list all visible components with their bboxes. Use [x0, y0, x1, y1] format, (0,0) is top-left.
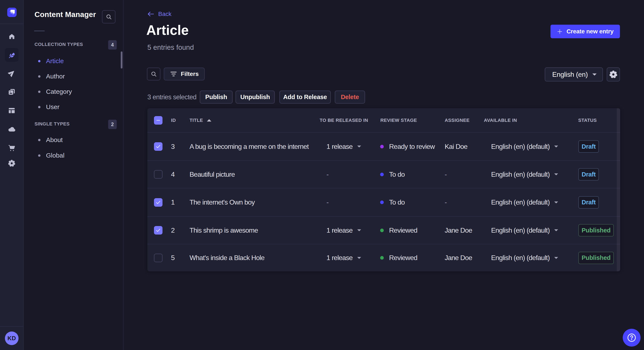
- subnav-item-label: Category: [46, 88, 72, 95]
- row-checkbox[interactable]: [154, 142, 162, 151]
- cell-available-in[interactable]: English (en) (default): [491, 217, 558, 244]
- cell-title: The internet's Own boy: [190, 188, 255, 216]
- delete-button[interactable]: Delete: [335, 91, 365, 104]
- rail-item-media-library[interactable]: [5, 85, 18, 99]
- column-header-assignee[interactable]: ASSIGNEE: [445, 108, 470, 132]
- subnav-search-button[interactable]: [102, 10, 116, 23]
- column-header-released[interactable]: TO BE RELEASED IN: [320, 108, 368, 132]
- strapi-logo[interactable]: [7, 8, 16, 17]
- status-badge: Draft: [578, 140, 599, 153]
- filters-label: Filters: [181, 71, 199, 77]
- back-link[interactable]: Back: [147, 9, 172, 19]
- cell-released-in[interactable]: 1 release: [326, 133, 362, 160]
- unpublish-button[interactable]: Unpublish: [236, 91, 275, 104]
- rail-item-cloud[interactable]: [5, 123, 18, 136]
- column-header-stage[interactable]: REVIEW STAGE: [380, 108, 417, 132]
- column-header-status[interactable]: STATUS: [578, 108, 597, 132]
- rail-item-paper-plane[interactable]: [5, 66, 18, 80]
- subnav-item-global[interactable]: Global: [24, 148, 123, 163]
- avatar[interactable]: KD: [5, 332, 18, 345]
- cell-review-stage: To do: [380, 161, 405, 188]
- bullet-icon: [38, 154, 40, 157]
- subnav-section-badge: 2: [108, 120, 117, 129]
- rail-item-feather[interactable]: [5, 48, 18, 62]
- release-value: 1 release: [326, 254, 353, 262]
- chevron-down-icon: [554, 201, 558, 204]
- table-row[interactable]: 3 A bug is becoming a meme on the intern…: [147, 132, 620, 160]
- cell-id: 4: [171, 161, 175, 188]
- bullet-icon: [38, 139, 40, 141]
- cell-status: Published: [578, 244, 614, 271]
- available-in-value: English (en) (default): [491, 171, 550, 178]
- cell-released-in[interactable]: 1 release: [326, 244, 362, 271]
- create-new-entry-label: Create new entry: [566, 28, 614, 35]
- filters-button[interactable]: Filters: [164, 68, 205, 80]
- row-checkbox[interactable]: [154, 198, 162, 207]
- stage-dot: [380, 145, 384, 149]
- column-header-available[interactable]: AVAILABLE IN: [484, 108, 517, 132]
- cell-title: What's inside a Black Hole: [190, 244, 264, 271]
- sort-ascending-icon[interactable]: [206, 119, 212, 122]
- stage-label: Reviewed: [389, 226, 418, 234]
- rail-item-gear[interactable]: [5, 157, 18, 170]
- cell-title: Beautiful picture: [190, 161, 235, 188]
- help-button[interactable]: [623, 329, 640, 347]
- cell-id: 1: [171, 188, 175, 216]
- cell-status: Published: [578, 217, 614, 244]
- chevron-down-icon: [357, 145, 362, 148]
- cell-released-in[interactable]: -: [326, 188, 328, 216]
- subnav-item-author[interactable]: Author: [24, 69, 123, 84]
- rail-item-cart[interactable]: [5, 141, 18, 155]
- row-checkbox[interactable]: [154, 170, 162, 178]
- list-search-button[interactable]: [147, 68, 160, 80]
- subnav-section-label: SINGLE TYPES: [34, 121, 70, 127]
- stage-dot: [380, 173, 384, 176]
- release-value: -: [326, 171, 328, 178]
- list-settings-button[interactable]: [607, 67, 620, 81]
- chevron-down-icon: [554, 257, 558, 259]
- cell-status: Draft: [578, 161, 599, 188]
- table-row[interactable]: 4 Beautiful picture - To do - English (e…: [147, 160, 620, 188]
- subnav-item-article[interactable]: Article: [24, 53, 123, 69]
- column-header-title[interactable]: TITLE: [190, 108, 203, 132]
- table-row[interactable]: 5 What's inside a Black Hole 1 release R…: [147, 244, 620, 271]
- subnav-item-label: About: [46, 136, 62, 144]
- stage-label: Ready to review: [389, 143, 435, 151]
- subnav-item-label: Article: [46, 57, 64, 65]
- media-library-icon: [8, 88, 16, 96]
- table-row[interactable]: 2 This shrimp is awesome 1 release Revie…: [147, 216, 620, 244]
- feather-icon: [8, 51, 16, 59]
- plus-icon: [557, 29, 563, 34]
- cell-available-in[interactable]: English (en) (default): [491, 244, 558, 271]
- cell-available-in[interactable]: English (en) (default): [491, 161, 558, 188]
- cell-released-in[interactable]: -: [326, 161, 328, 188]
- row-checkbox[interactable]: [154, 226, 162, 234]
- subnav-item-category[interactable]: Category: [24, 84, 123, 99]
- row-checkbox[interactable]: [154, 254, 162, 262]
- publish-button[interactable]: Publish: [200, 91, 232, 104]
- cell-assignee: Jane Doe: [445, 244, 472, 271]
- subnav-item-label: Global: [46, 152, 64, 159]
- rail-item-layout[interactable]: [5, 104, 18, 117]
- table-scrollbar[interactable]: [617, 108, 620, 271]
- available-in-value: English (en) (default): [491, 143, 550, 151]
- table-header-row: ID TITLE TO BE RELEASED IN REVIEW STAGE …: [147, 108, 620, 132]
- table-row[interactable]: 1 The internet's Own boy - To do - Engli…: [147, 188, 620, 216]
- subnav-item-user[interactable]: User: [24, 99, 123, 115]
- cloud-icon: [8, 125, 16, 133]
- subnav-item-about[interactable]: About: [24, 132, 123, 148]
- chevron-down-icon: [554, 173, 558, 176]
- rail-item-home[interactable]: [5, 29, 18, 43]
- select-all-checkbox[interactable]: [154, 116, 162, 125]
- filter-icon: [170, 71, 178, 77]
- layout-icon: [8, 107, 15, 114]
- column-header-id[interactable]: ID: [171, 108, 176, 132]
- cell-status: Draft: [578, 133, 599, 160]
- cell-available-in[interactable]: English (en) (default): [491, 133, 558, 160]
- cell-assignee: Jane Doe: [445, 217, 472, 244]
- locale-select[interactable]: English (en): [545, 67, 603, 81]
- create-new-entry-button[interactable]: Create new entry: [550, 25, 620, 38]
- add-to-release-button[interactable]: Add to Release: [280, 91, 331, 104]
- cell-available-in[interactable]: English (en) (default): [491, 188, 558, 216]
- cell-released-in[interactable]: 1 release: [326, 217, 362, 244]
